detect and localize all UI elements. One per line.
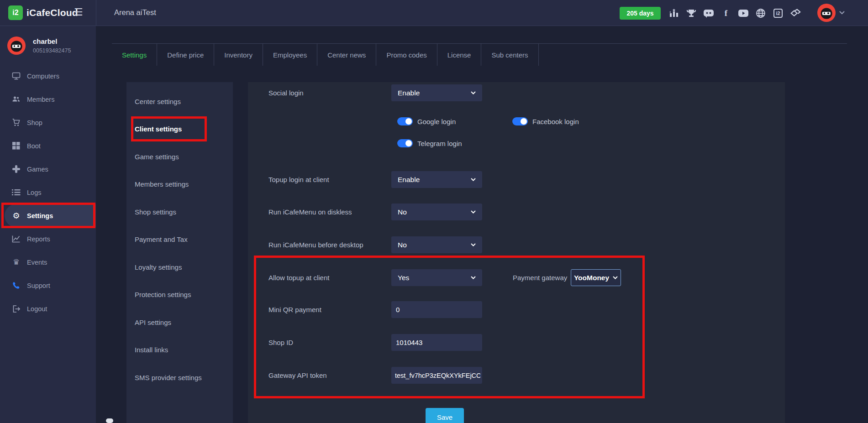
sidebar-item-boot[interactable]: Boot	[0, 134, 96, 157]
chevron-down-icon	[471, 210, 476, 214]
chevron-down-icon[interactable]	[839, 11, 845, 15]
before-desktop-select[interactable]: No	[391, 236, 482, 253]
sidebar-item-members[interactable]: Members	[0, 88, 96, 111]
client-settings-form-panel	[248, 82, 785, 423]
globe-icon[interactable]	[755, 8, 766, 19]
tab-inventory[interactable]: Inventory	[214, 44, 263, 66]
ranking-icon[interactable]	[668, 8, 679, 19]
chevron-down-icon	[471, 91, 476, 94]
submenu-item-center-settings[interactable]: Center settings	[126, 88, 233, 115]
horizontal-scrollbar-thumb[interactable]	[106, 418, 113, 423]
sidebar-item-settings[interactable]: ⚙ Settings	[5, 204, 96, 227]
sidebar: charbel 005193482475 Computers Members	[0, 26, 96, 423]
page-title: Arena aiTest	[114, 8, 156, 17]
diskless-select[interactable]: No	[391, 204, 482, 220]
facebook-login-toggle-row: Facebook login	[512, 117, 579, 125]
user-avatar[interactable]	[817, 4, 836, 22]
license-days-badge[interactable]: 205 days	[620, 7, 661, 20]
social-login-select[interactable]: Enable	[391, 84, 482, 101]
sidebar-item-games[interactable]: Games	[0, 157, 96, 181]
tab-promo-codes[interactable]: Promo codes	[376, 44, 437, 66]
chevron-down-icon	[613, 276, 618, 279]
chevron-down-icon	[471, 178, 476, 181]
sidebar-item-computers[interactable]: Computers	[0, 64, 96, 88]
discord-icon[interactable]	[703, 8, 714, 19]
api-token-input[interactable]	[391, 367, 482, 384]
sidebar-item-label: Logout	[27, 305, 47, 313]
gamepad-icon	[12, 165, 21, 173]
brand-name: iCafeCloud	[26, 7, 78, 18]
sidebar-item-label: Games	[27, 166, 48, 173]
before-desktop-label: Run iCafeMenu before desktop	[268, 241, 363, 249]
youtube-icon[interactable]	[738, 8, 749, 19]
phone-icon	[12, 281, 21, 290]
sidebar-item-shop[interactable]: Shop	[0, 111, 96, 134]
submenu-item-api-settings[interactable]: API settings	[126, 308, 233, 336]
telegram-login-toggle[interactable]	[397, 139, 413, 147]
tab-bar: Settings Define price Inventory Employee…	[112, 43, 847, 66]
sidebar-item-logout[interactable]: Logout	[0, 297, 96, 320]
icafecloud-logo-icon: i2	[8, 5, 23, 20]
cart-icon	[12, 118, 21, 127]
save-button[interactable]: Save	[426, 408, 464, 423]
hamburger-menu-icon[interactable]: ☰	[74, 6, 83, 18]
facebook-icon[interactable]: f	[721, 8, 731, 19]
shop-id-input[interactable]	[391, 334, 482, 351]
sidebar-item-label: Logs	[27, 189, 41, 196]
topup-login-label: Topup login at client	[268, 176, 329, 183]
icafecloud-mark-icon[interactable]: i2	[773, 8, 784, 19]
tab-employees[interactable]: Employees	[263, 44, 317, 66]
sidebar-item-label: Events	[27, 259, 47, 266]
sidebar-item-label: Boot	[27, 142, 41, 150]
gear-icon: ⚙	[12, 211, 21, 220]
sidebar-item-label: Support	[27, 282, 50, 289]
layers-icon[interactable]	[790, 8, 801, 19]
social-login-label: Social login	[268, 89, 304, 97]
payment-gateway-select[interactable]: YooMoney	[571, 269, 621, 286]
submenu-item-shop-settings[interactable]: Shop settings	[126, 198, 233, 226]
sidebar-item-support[interactable]: Support	[0, 274, 96, 297]
allow-topup-select[interactable]: Yes	[391, 269, 482, 286]
tab-settings[interactable]: Settings	[112, 44, 157, 66]
facebook-login-toggle[interactable]	[512, 117, 528, 125]
tab-license[interactable]: License	[437, 44, 482, 66]
mini-qr-label: Mini QR payment	[268, 306, 321, 313]
trophy-icon[interactable]	[686, 8, 697, 19]
chevron-down-icon	[471, 243, 476, 246]
submenu-item-sms-provider-settings[interactable]: SMS provider settings	[126, 364, 233, 392]
diskless-label: Run iCafeMenu on diskless	[268, 208, 352, 216]
sidebar-item-label: Members	[27, 96, 54, 103]
submenu-item-protection-settings[interactable]: Protection settings	[126, 281, 233, 309]
crown-icon: ♛	[12, 258, 21, 266]
sidebar-item-label: Computers	[27, 73, 59, 80]
sidebar-item-events[interactable]: ♛ Events	[0, 251, 96, 274]
submenu-item-payment-and-tax[interactable]: Payment and Tax	[126, 226, 233, 254]
google-login-toggle[interactable]	[397, 117, 413, 125]
settings-submenu-panel: Center settings Client settings Game set…	[126, 82, 233, 423]
allow-topup-label: Allow topup at client	[268, 274, 329, 282]
sidebar-item-label: Settings	[27, 212, 53, 219]
tab-define-price[interactable]: Define price	[157, 44, 214, 66]
users-icon	[12, 95, 21, 104]
submenu-item-client-settings[interactable]: Client settings	[126, 115, 233, 143]
tab-sub-centers[interactable]: Sub centers	[481, 44, 538, 66]
brand[interactable]: i2 iCafeCloud	[8, 5, 78, 20]
telegram-login-toggle-row: Telegram login	[397, 139, 462, 147]
sidebar-item-reports[interactable]: Reports	[0, 227, 96, 251]
submenu-item-loyalty-settings[interactable]: Loyalty settings	[126, 253, 233, 281]
facebook-login-label: Facebook login	[532, 118, 579, 125]
topup-login-select[interactable]: Enable	[391, 171, 482, 188]
windows-icon	[12, 141, 21, 150]
mini-qr-input[interactable]	[391, 301, 482, 318]
submenu-item-install-links[interactable]: Install links	[126, 336, 233, 364]
monitor-icon	[12, 72, 21, 80]
chevron-down-icon	[471, 276, 476, 279]
google-login-label: Google login	[417, 118, 456, 125]
topbar-divider	[96, 0, 96, 26]
tab-center-news[interactable]: Center news	[317, 44, 376, 66]
user-id: 005193482475	[33, 47, 71, 54]
submenu-item-game-settings[interactable]: Game settings	[126, 143, 233, 171]
payment-gateway-label: Payment gateway	[513, 274, 567, 282]
sidebar-item-logs[interactable]: Logs	[0, 181, 96, 204]
submenu-item-members-settings[interactable]: Members settings	[126, 171, 233, 198]
